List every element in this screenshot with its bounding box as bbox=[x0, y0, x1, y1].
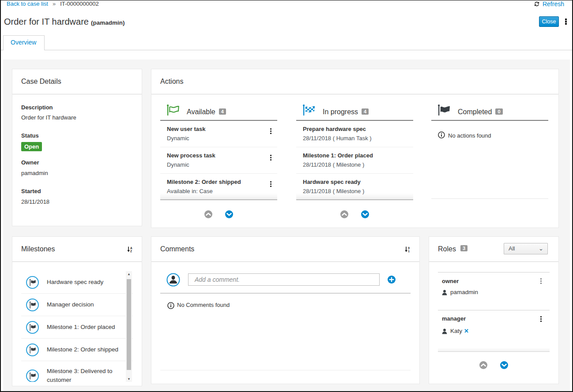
svg-text:Z: Z bbox=[130, 250, 132, 252]
svg-text:1: 1 bbox=[408, 250, 410, 252]
svg-text:9: 9 bbox=[408, 246, 410, 250]
svg-text:A: A bbox=[130, 246, 132, 250]
